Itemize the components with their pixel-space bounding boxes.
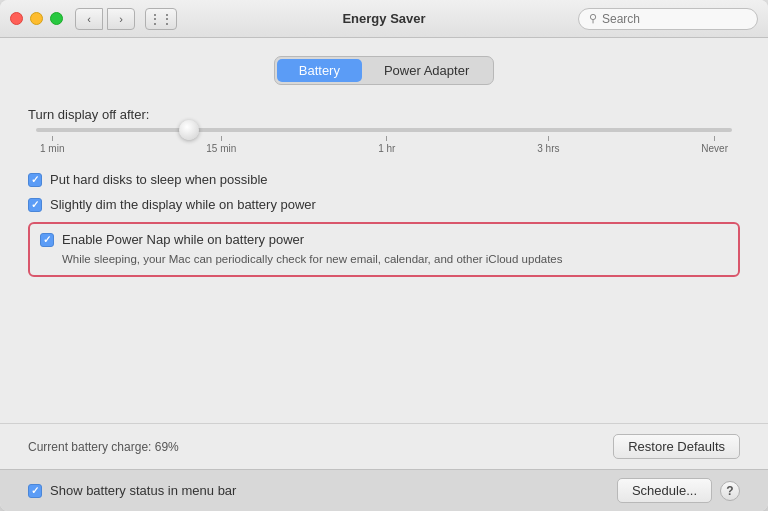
power-nap-checkbox[interactable]: ✓ <box>40 233 54 247</box>
show-battery-status-checkbox[interactable]: ✓ <box>28 484 42 498</box>
tick-line <box>52 136 53 141</box>
bottom-bar: Current battery charge: 69% Restore Defa… <box>0 423 768 469</box>
tab-battery[interactable]: Battery <box>277 59 362 82</box>
nav-buttons: ‹ › <box>75 8 135 30</box>
dim-display-checkbox[interactable]: ✓ <box>28 198 42 212</box>
slider-label: Turn display off after: <box>28 107 740 122</box>
footer-bar: ✓ Show battery status in menu bar Schedu… <box>0 469 768 511</box>
traffic-lights <box>10 12 63 25</box>
help-button[interactable]: ? <box>720 481 740 501</box>
slider-track[interactable] <box>36 128 732 132</box>
tabs: Battery Power Adapter <box>274 56 494 85</box>
tick-line <box>714 136 715 141</box>
tick-label-1min: 1 min <box>40 143 64 154</box>
tick-never: Never <box>701 136 728 154</box>
checkmark-icon: ✓ <box>31 200 39 210</box>
slider-thumb[interactable] <box>179 120 199 140</box>
window: ‹ › ⋮⋮ Energy Saver ⚲ Battery Power Adap… <box>0 0 768 511</box>
tick-label-15min: 15 min <box>206 143 236 154</box>
tick-line <box>221 136 222 141</box>
power-nap-label: Enable Power Nap while on battery power <box>62 232 304 247</box>
checkbox-group: ✓ Put hard disks to sleep when possible … <box>28 172 740 277</box>
minimize-button[interactable] <box>30 12 43 25</box>
hard-disks-label: Put hard disks to sleep when possible <box>50 172 268 187</box>
checkmark-icon: ✓ <box>43 235 51 245</box>
hard-disks-item: ✓ Put hard disks to sleep when possible <box>28 172 740 187</box>
tick-3hrs: 3 hrs <box>537 136 559 154</box>
slider-section: Turn display off after: 1 min 15 min <box>28 107 740 154</box>
titlebar: ‹ › ⋮⋮ Energy Saver ⚲ <box>0 0 768 38</box>
checkmark-icon: ✓ <box>31 486 39 496</box>
hard-disks-checkbox[interactable]: ✓ <box>28 173 42 187</box>
slider-track-container: 1 min 15 min 1 hr 3 hrs <box>28 128 740 154</box>
forward-button[interactable]: › <box>107 8 135 30</box>
tabs-container: Battery Power Adapter <box>28 56 740 85</box>
search-box[interactable]: ⚲ <box>578 8 758 30</box>
dim-display-label: Slightly dim the display while on batter… <box>50 197 316 212</box>
tick-1min: 1 min <box>40 136 64 154</box>
show-status-container: ✓ Show battery status in menu bar <box>28 483 236 498</box>
tick-1hr: 1 hr <box>378 136 395 154</box>
footer-right: Schedule... ? <box>617 478 740 503</box>
schedule-button[interactable]: Schedule... <box>617 478 712 503</box>
tick-label-3hrs: 3 hrs <box>537 143 559 154</box>
window-title: Energy Saver <box>342 11 425 26</box>
tick-label-never: Never <box>701 143 728 154</box>
show-battery-status-label: Show battery status in menu bar <box>50 483 236 498</box>
search-icon: ⚲ <box>589 12 597 25</box>
power-nap-section: ✓ Enable Power Nap while on battery powe… <box>28 222 740 277</box>
tick-label-1hr: 1 hr <box>378 143 395 154</box>
tick-line <box>386 136 387 141</box>
restore-defaults-button[interactable]: Restore Defaults <box>613 434 740 459</box>
back-button[interactable]: ‹ <box>75 8 103 30</box>
tick-line <box>548 136 549 141</box>
search-input[interactable] <box>602 12 742 26</box>
tab-power-adapter[interactable]: Power Adapter <box>362 59 491 82</box>
close-button[interactable] <box>10 12 23 25</box>
battery-status: Current battery charge: 69% <box>28 440 179 454</box>
power-nap-header: ✓ Enable Power Nap while on battery powe… <box>40 232 728 247</box>
maximize-button[interactable] <box>50 12 63 25</box>
power-nap-description: While sleeping, your Mac can periodicall… <box>40 251 728 267</box>
main-content: Battery Power Adapter Turn display off a… <box>0 38 768 423</box>
tick-15min: 15 min <box>206 136 236 154</box>
slider-ticks: 1 min 15 min 1 hr 3 hrs <box>36 136 732 154</box>
grid-button[interactable]: ⋮⋮ <box>145 8 177 30</box>
checkmark-icon: ✓ <box>31 175 39 185</box>
dim-display-item: ✓ Slightly dim the display while on batt… <box>28 197 740 212</box>
